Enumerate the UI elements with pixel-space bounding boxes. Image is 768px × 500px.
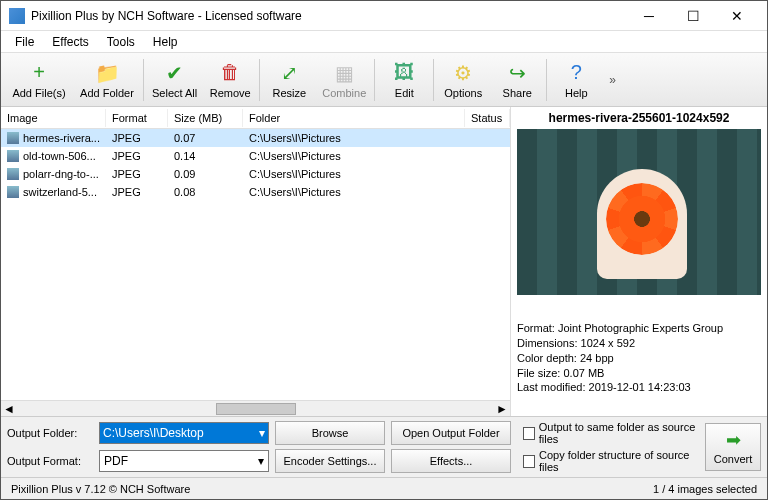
convert-box: ➡ Convert [705, 423, 761, 471]
toolbar: +Add File(s)📁Add Folder✔Select All🗑Remov… [1, 53, 767, 107]
toolbar-remove-button[interactable]: 🗑Remove [203, 55, 257, 105]
toolbar-label: Combine [322, 87, 366, 99]
combine-icon: ▦ [332, 61, 356, 85]
file-list-pane: Image Format Size (MB) Folder Status her… [1, 107, 511, 416]
col-size[interactable]: Size (MB) [168, 109, 243, 127]
copy-structure-checkbox[interactable]: Copy folder structure of source files [523, 449, 697, 473]
options-icon: ⚙ [451, 61, 475, 85]
preview-flower-shape [612, 189, 672, 249]
toolbar-label: Help [565, 87, 588, 99]
toolbar-edit-button[interactable]: 🖼Edit [377, 55, 431, 105]
file-icon [7, 168, 19, 180]
output-settings: Output Folder: C:\Users\I\Desktop▾ Brows… [7, 421, 511, 473]
meta-depth: Color depth: 24 bpp [517, 351, 761, 366]
toolbar-help-button[interactable]: ?Help [549, 55, 603, 105]
scroll-right-icon[interactable]: ► [496, 402, 508, 416]
table-row[interactable]: hermes-rivera...JPEG0.07C:\Users\I\Pictu… [1, 129, 510, 147]
toolbar-separator [259, 59, 260, 101]
file-rows: hermes-rivera...JPEG0.07C:\Users\I\Pictu… [1, 129, 510, 400]
meta-size: File size: 0.07 MB [517, 366, 761, 381]
output-format-label: Output Format: [7, 455, 93, 467]
menu-help[interactable]: Help [145, 33, 186, 51]
table-row[interactable]: polarr-dng-to-...JPEG0.09C:\Users\I\Pict… [1, 165, 510, 183]
toolbar-separator [143, 59, 144, 101]
status-left: Pixillion Plus v 7.12 © NCH Software [11, 483, 190, 495]
menu-effects[interactable]: Effects [44, 33, 96, 51]
toolbar-label: Edit [395, 87, 414, 99]
toolbar-label: Options [444, 87, 482, 99]
scroll-left-icon[interactable]: ◄ [3, 402, 15, 416]
edit-icon: 🖼 [392, 61, 416, 85]
toolbar-share-button[interactable]: ↪Share [490, 55, 544, 105]
cell-format: JPEG [106, 168, 168, 180]
main-area: Image Format Size (MB) Folder Status her… [1, 107, 767, 416]
add-file-s--icon: + [27, 61, 51, 85]
select-all-icon: ✔ [163, 61, 187, 85]
app-icon [9, 8, 25, 24]
toolbar-label: Add File(s) [12, 87, 65, 99]
cell-image: polarr-dng-to-... [1, 168, 106, 180]
toolbar-options-button[interactable]: ⚙Options [436, 55, 490, 105]
status-right: 1 / 4 images selected [653, 483, 757, 495]
toolbar-add-file-s--button[interactable]: +Add File(s) [5, 55, 73, 105]
maximize-button[interactable]: ☐ [671, 2, 715, 30]
preview-image [517, 129, 761, 295]
encoder-settings-button[interactable]: Encoder Settings... [275, 449, 385, 473]
toolbar-select-all-button[interactable]: ✔Select All [146, 55, 203, 105]
menu-tools[interactable]: Tools [99, 33, 143, 51]
statusbar: Pixillion Plus v 7.12 © NCH Software 1 /… [1, 477, 767, 499]
cell-folder: C:\Users\I\Pictures [243, 186, 465, 198]
toolbar-label: Select All [152, 87, 197, 99]
convert-button[interactable]: ➡ Convert [705, 423, 761, 471]
toolbar-resize-button[interactable]: ⤢Resize [262, 55, 316, 105]
toolbar-add-folder-button[interactable]: 📁Add Folder [73, 55, 141, 105]
remove-icon: 🗑 [218, 61, 242, 85]
browse-button[interactable]: Browse [275, 421, 385, 445]
file-icon [7, 150, 19, 162]
output-folder-field[interactable]: C:\Users\I\Desktop▾ [99, 422, 269, 444]
cell-format: JPEG [106, 186, 168, 198]
preview-metadata: Format: Joint Photographic Experts Group… [517, 321, 761, 395]
open-output-folder-button[interactable]: Open Output Folder [391, 421, 511, 445]
table-row[interactable]: switzerland-5...JPEG0.08C:\Users\I\Pictu… [1, 183, 510, 201]
bottom-panel: Output Folder: C:\Users\I\Desktop▾ Brows… [1, 416, 767, 477]
meta-format: Format: Joint Photographic Experts Group [517, 321, 761, 336]
cell-size: 0.07 [168, 132, 243, 144]
cell-size: 0.14 [168, 150, 243, 162]
resize-icon: ⤢ [277, 61, 301, 85]
cell-format: JPEG [106, 132, 168, 144]
cell-folder: C:\Users\I\Pictures [243, 132, 465, 144]
share-icon: ↪ [505, 61, 529, 85]
toolbar-separator [374, 59, 375, 101]
titlebar: Pixillion Plus by NCH Software - License… [1, 1, 767, 31]
same-folder-checkbox[interactable]: Output to same folder as source files [523, 421, 697, 445]
output-options: Output to same folder as source files Co… [519, 421, 697, 473]
convert-icon: ➡ [726, 429, 741, 451]
scroll-thumb[interactable] [216, 403, 296, 415]
preview-pane: hermes-rivera-255601-1024x592 Format: Jo… [511, 107, 767, 416]
col-status[interactable]: Status [465, 109, 510, 127]
horizontal-scrollbar[interactable]: ◄ ► [1, 400, 510, 416]
minimize-button[interactable]: ─ [627, 2, 671, 30]
effects-button[interactable]: Effects... [391, 449, 511, 473]
table-row[interactable]: old-town-506...JPEG0.14C:\Users\I\Pictur… [1, 147, 510, 165]
toolbar-label: Remove [210, 87, 251, 99]
toolbar-label: Share [503, 87, 532, 99]
cell-folder: C:\Users\I\Pictures [243, 168, 465, 180]
output-folder-label: Output Folder: [7, 427, 93, 439]
menu-file[interactable]: File [7, 33, 42, 51]
close-button[interactable]: ✕ [715, 2, 759, 30]
toolbar-overflow-icon[interactable]: » [603, 73, 622, 87]
col-format[interactable]: Format [106, 109, 168, 127]
file-icon [7, 132, 19, 144]
column-headers: Image Format Size (MB) Folder Status [1, 107, 510, 129]
col-image[interactable]: Image [1, 109, 106, 127]
menubar: File Effects Tools Help [1, 31, 767, 53]
cell-image: switzerland-5... [1, 186, 106, 198]
preview-filename: hermes-rivera-255601-1024x592 [517, 109, 761, 129]
cell-image: old-town-506... [1, 150, 106, 162]
add-folder-icon: 📁 [95, 61, 119, 85]
file-icon [7, 186, 19, 198]
output-format-combo[interactable]: PDF▾ [99, 450, 269, 472]
col-folder[interactable]: Folder [243, 109, 465, 127]
